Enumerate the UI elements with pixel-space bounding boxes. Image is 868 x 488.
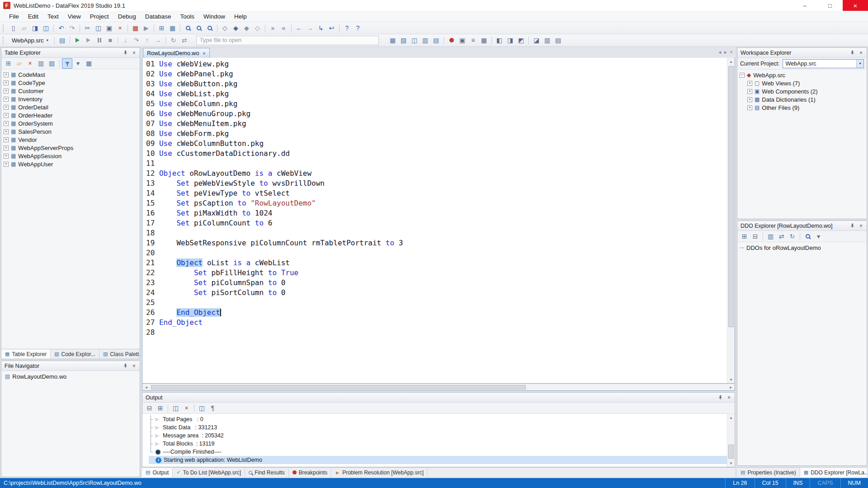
toggle-code-explorer-icon[interactable]: ▧ xyxy=(398,35,409,46)
code-line-25[interactable]: 25 xyxy=(146,298,727,308)
toggle-output-icon[interactable]: ▤ xyxy=(431,35,441,46)
code-line-7[interactable]: 07 Use cWebMenuItem.pkg xyxy=(146,119,727,129)
file-item-rowlayoutdemo-wo[interactable]: ▤RowLayoutDemo.wo xyxy=(4,372,140,380)
workspace-node-other-files-9[interactable]: +▤Other Files (9) xyxy=(740,103,867,112)
bookmark-prev-icon[interactable]: ◆ xyxy=(241,23,252,33)
clear-icon[interactable]: × xyxy=(181,403,192,413)
close-icon[interactable]: × xyxy=(725,394,733,401)
tab-code-explor[interactable]: ▧Code Explor... xyxy=(51,349,99,359)
pin-icon[interactable] xyxy=(122,49,129,56)
open-table-icon[interactable]: ▱ xyxy=(14,58,24,69)
copy-icon[interactable]: ◫ xyxy=(170,403,181,413)
tab-properties-inactive[interactable]: ▤Properties (Inactive) xyxy=(737,468,800,477)
expander-icon[interactable]: + xyxy=(747,97,752,102)
refresh-icon[interactable]: ↻ xyxy=(787,231,797,242)
toolbar-grip[interactable] xyxy=(3,37,5,44)
tile-vertical-icon[interactable]: ▤ xyxy=(553,35,563,46)
close-icon[interactable]: × xyxy=(857,49,865,56)
table-item-vendor[interactable]: +▦Vendor xyxy=(4,136,140,144)
tab-table-explorer[interactable]: ▦Table Explorer xyxy=(1,349,51,359)
menu-view[interactable]: View xyxy=(63,12,85,21)
output-line[interactable]: ▷Total Pages : 0 xyxy=(149,415,727,423)
layout-left-icon[interactable]: ◧ xyxy=(494,35,505,46)
new-table-icon[interactable]: ⊞ xyxy=(156,23,167,33)
undo-icon[interactable]: ↶ xyxy=(56,23,66,33)
menu-tools[interactable]: Tools xyxy=(175,12,199,21)
nav-back-icon[interactable]: ← xyxy=(294,23,304,33)
code-line-28[interactable]: 28 xyxy=(146,328,727,338)
step-out-icon[interactable]: ↑ xyxy=(142,35,152,46)
code-line-18[interactable]: 18 xyxy=(146,228,727,238)
expander-icon[interactable]: + xyxy=(747,89,752,94)
scroll-down-icon[interactable]: ▾ xyxy=(727,376,735,383)
expander-icon[interactable]: + xyxy=(747,105,752,110)
table-item-orderdetail[interactable]: +▦OrderDetail xyxy=(4,103,140,111)
nav-forward-icon[interactable]: → xyxy=(305,23,315,33)
scroll-left-icon[interactable]: ◂ xyxy=(142,384,150,390)
view-indexes-icon[interactable]: ▨ xyxy=(47,58,57,69)
collapse-all-icon[interactable]: ⊟ xyxy=(144,403,155,413)
output-line[interactable]: ▷Message area : 205342 xyxy=(149,432,727,440)
project-combo[interactable]: WebApp.src ▾ xyxy=(783,59,864,68)
workspace-node-data-dictionaries-1[interactable]: +▦Data Dictionaries (1) xyxy=(740,95,867,103)
bookmarks-clear-icon[interactable]: ◇ xyxy=(252,23,263,33)
save-icon[interactable]: ◨ xyxy=(30,23,40,33)
code-line-10[interactable]: 10 Use cCustomerDataDictionary.dd xyxy=(146,149,727,159)
cut-icon[interactable]: ✂ xyxy=(82,23,93,33)
find-icon[interactable] xyxy=(183,23,193,33)
table-item-codemast[interactable]: +▦CodeMast xyxy=(4,70,140,79)
scroll-tabs-left-icon[interactable]: ◂ xyxy=(719,49,722,55)
code-line-26[interactable]: 26 End_Object xyxy=(146,308,727,318)
tab-problem-resolution-webapp-src[interactable]: ►Problem Resolution [WebApp.src] xyxy=(331,468,428,477)
expand-all-icon[interactable]: ⊞ xyxy=(739,231,750,242)
maximize-button[interactable]: □ xyxy=(817,0,843,11)
table-item-ordersystem[interactable]: +▦OrderSystem xyxy=(4,119,140,127)
restart-icon[interactable]: ↻ xyxy=(168,35,179,46)
menu-file[interactable]: File xyxy=(5,12,24,21)
menu-help[interactable]: Help xyxy=(230,12,251,21)
code-line-3[interactable]: 03 Use cWebButton.pkg xyxy=(146,79,727,89)
code-line-14[interactable]: 14 Set peViewType to vtSelect xyxy=(146,188,727,198)
expander-icon[interactable]: + xyxy=(4,145,9,150)
expander-icon[interactable]: + xyxy=(4,89,9,94)
expander-icon[interactable]: + xyxy=(4,154,9,159)
table-item-webappuser[interactable]: +▦WebAppUser xyxy=(4,160,140,168)
collapse-all-icon[interactable]: ⊟ xyxy=(750,231,760,242)
help-icon[interactable]: ? xyxy=(342,23,352,33)
expander-icon[interactable]: + xyxy=(4,121,9,126)
scroll-right-icon[interactable]: ▸ xyxy=(727,384,735,390)
chevron-down-icon[interactable]: ▾ xyxy=(856,60,863,68)
show-columns-icon[interactable]: ▥ xyxy=(765,231,776,242)
pin-icon[interactable] xyxy=(849,49,856,56)
options-icon[interactable]: ▾ xyxy=(813,231,824,242)
expander-icon[interactable]: ▷ xyxy=(156,425,160,430)
menu-project[interactable]: Project xyxy=(85,12,113,21)
save-all-icon[interactable]: ◫ xyxy=(41,23,51,33)
goto-definition-icon[interactable]: ↳ xyxy=(316,23,326,33)
tab-class-palett[interactable]: ▨Class Palett... xyxy=(99,349,140,359)
ddo-root-node[interactable]: DDOs for oRowLayoutDemo xyxy=(740,244,867,252)
toggle-properties-icon[interactable]: ▥ xyxy=(420,35,430,46)
pause-icon[interactable] xyxy=(94,35,104,46)
code-line-1[interactable]: 01 Use cWebView.pkg xyxy=(146,59,727,69)
output-line[interactable]: ▷Static Data : 331213 xyxy=(149,423,727,432)
pin-icon[interactable] xyxy=(717,394,724,401)
toggle-workspace-explorer-icon[interactable]: ◫ xyxy=(409,35,420,46)
code-line-8[interactable]: 08 Use cWebForm.pkg xyxy=(146,129,727,139)
expander-icon[interactable]: + xyxy=(4,129,9,134)
delete-table-icon[interactable]: × xyxy=(25,58,35,69)
table-item-webappsession[interactable]: +▦WebAppSession xyxy=(4,152,140,160)
table-item-inventory[interactable]: +▦Inventory xyxy=(4,95,140,103)
close-button[interactable]: × xyxy=(843,0,868,11)
workspace-node-web-views-7[interactable]: +▢Web Views (7) xyxy=(740,79,867,87)
filter-icon[interactable] xyxy=(62,58,72,69)
last-edit-location-icon[interactable]: ↩ xyxy=(326,23,337,33)
minimize-button[interactable]: – xyxy=(792,0,817,11)
outdent-icon[interactable]: « xyxy=(278,23,289,33)
step-over-icon[interactable]: ↷ xyxy=(131,35,142,46)
menu-window[interactable]: Window xyxy=(199,12,230,21)
table-item-webappserverprops[interactable]: +▦WebAppServerProps xyxy=(4,144,140,152)
code-line-12[interactable]: 12 Object oRowLayoutDemo is a cWebView xyxy=(146,169,727,178)
scrollbar-thumb[interactable] xyxy=(728,445,734,459)
close-icon[interactable]: × xyxy=(857,222,865,230)
